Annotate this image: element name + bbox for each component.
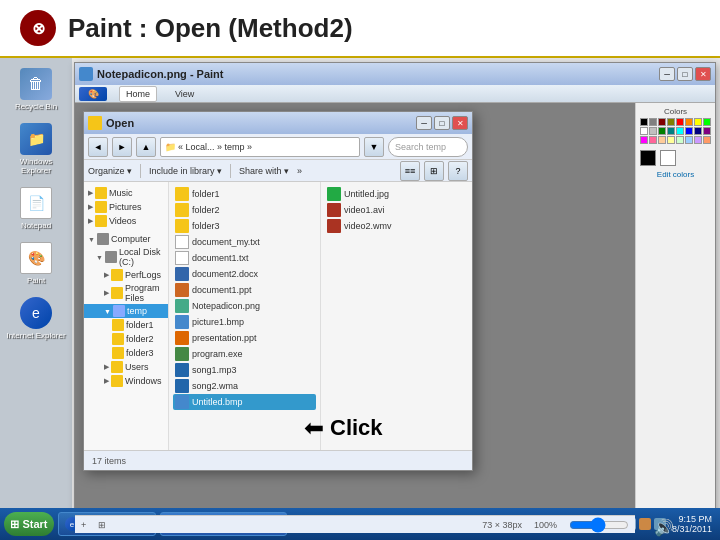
file-item-doc2[interactable]: document2.docx [173,266,316,282]
dialog-titlebar: Open ─ □ ✕ [84,112,472,134]
tree-item-pictures[interactable]: ▶ Pictures [84,200,168,214]
color-lightblue[interactable] [685,136,693,144]
address-bar[interactable]: 📁 « Local... » temp » [160,137,360,157]
file-item-video1[interactable]: video1.avi [325,202,468,218]
file-item-folder2[interactable]: folder2 [173,202,316,218]
help-btn[interactable]: ? [448,161,468,181]
maximize-button[interactable]: □ [677,67,693,81]
tree-item-folder1[interactable]: folder1 [84,318,168,332]
file-item-doc-my[interactable]: document_my.txt [173,234,316,250]
color-olive[interactable] [667,118,675,126]
color-lavender[interactable] [694,136,702,144]
color-gray[interactable] [649,118,657,126]
forward-button[interactable]: ► [112,137,132,157]
file-item-doc1[interactable]: document1.txt [173,250,316,266]
share-with-button[interactable]: Share with ▾ [239,166,289,176]
dialog-maximize-btn[interactable]: □ [434,116,450,130]
tree-item-program-files[interactable]: ▶ Program Files [84,282,168,304]
color-green[interactable] [658,127,666,135]
file-item-program[interactable]: program.exe [173,346,316,362]
color-peach[interactable] [658,136,666,144]
tree-item-perflogs[interactable]: ▶ PerfLogs [84,268,168,282]
organize-button[interactable]: Organize ▾ [88,166,132,176]
file-item-untitled-jpg[interactable]: Untitled.jpg [325,186,468,202]
file-item-folder1[interactable]: folder1 [173,186,316,202]
color-lime[interactable] [703,118,711,126]
file-item-presentation[interactable]: presentation.ppt [173,330,316,346]
close-button[interactable]: ✕ [695,67,711,81]
page-title: Paint : Open (Method2) [68,13,353,44]
more-options-button[interactable]: » [297,166,302,176]
color-pink[interactable] [649,136,657,144]
dialog-minimize-btn[interactable]: ─ [416,116,432,130]
color-lightyellow[interactable] [667,136,675,144]
color-teal[interactable] [667,127,675,135]
desktop-icon-recycle[interactable]: 🗑 Recycle Bin [4,64,68,115]
color-silver[interactable] [649,127,657,135]
start-button[interactable]: ⊞ Start [4,512,54,536]
tree-item-folder2[interactable]: folder2 [84,332,168,346]
file-item-song1[interactable]: song1.mp3 [173,362,316,378]
file-song2-label: song2.wma [192,381,238,391]
ribbon-tab-home[interactable]: Home [119,86,157,102]
color-purple[interactable] [703,127,711,135]
minimize-button[interactable]: ─ [659,67,675,81]
tree-item-folder3[interactable]: folder3 [84,346,168,360]
desktop-icon-ie[interactable]: e Internet Explorer [4,293,68,344]
file-item-video2[interactable]: video2.wmv [325,218,468,234]
include-library-button[interactable]: Include in library ▾ [149,166,222,176]
desktop-icon-paint[interactable]: 🎨 Paint [4,238,68,289]
color-orange[interactable] [685,118,693,126]
color-magenta[interactable] [640,136,648,144]
background-color[interactable] [660,150,676,166]
paint-logo-btn[interactable]: 🎨 [79,87,107,101]
paint-add-btn[interactable]: + [81,520,86,530]
tree-item-temp[interactable]: ▼ temp [84,304,168,318]
file-item-song2[interactable]: song2.wma [173,378,316,394]
address-go-btn[interactable]: ▼ [364,137,384,157]
paint-canvas-area: Open ─ □ ✕ ◄ ► ▲ 📁 [75,103,635,533]
color-blue[interactable] [685,127,693,135]
file-item-folder3[interactable]: folder3 [173,218,316,234]
tree-arrow-users: ▶ [104,363,109,371]
tree-item-local-disk[interactable]: ▼ Local Disk (C:) [84,246,168,268]
folder3-icon [112,347,124,359]
tree-item-videos[interactable]: ▶ Videos [84,214,168,228]
color-white[interactable] [640,127,648,135]
color-lightgreen[interactable] [676,136,684,144]
file-item-notepadicon[interactable]: Notepadicon.png [173,298,316,314]
color-salmon[interactable] [703,136,711,144]
ribbon-tab-view[interactable]: View [169,87,200,101]
list-view-btn[interactable]: ≡≡ [400,161,420,181]
page-header: ⊗ Paint : Open (Method2) [0,0,720,58]
zoom-slider[interactable] [569,520,629,530]
back-button[interactable]: ◄ [88,137,108,157]
color-yellow[interactable] [694,118,702,126]
file-column-2: Untitled.jpg video1.avi video2.wmv [321,182,472,450]
file-item-doc-ppt[interactable]: document1.ppt [173,282,316,298]
color-black[interactable] [640,118,648,126]
file-folder2-label: folder2 [192,205,220,215]
color-red[interactable] [676,118,684,126]
color-cyan[interactable] [676,127,684,135]
dialog-close-btn[interactable]: ✕ [452,116,468,130]
file-item-untitled-bmp[interactable]: Untitled.bmp [173,394,316,410]
paint-grid-btn[interactable]: ⊞ [98,520,106,530]
file-doc-ppt-label: document1.ppt [192,285,252,295]
desktop-icon-explorer[interactable]: 📁 Windows Explorer [4,119,68,179]
desktop-icon-notepad[interactable]: 📄 Notepad [4,183,68,234]
foreground-color[interactable] [640,150,656,166]
tree-item-users[interactable]: ▶ Users [84,360,168,374]
up-button[interactable]: ▲ [136,137,156,157]
file-column-1: folder1 folder2 folder3 [169,182,321,450]
edit-colors-button[interactable]: Edit colors [640,170,711,179]
details-view-btn[interactable]: ⊞ [424,161,444,181]
color-navy[interactable] [694,127,702,135]
color-maroon[interactable] [658,118,666,126]
tree-item-computer[interactable]: ▼ Computer [84,232,168,246]
tray-icon-volume[interactable]: 🔊 [654,518,666,530]
tree-item-windows[interactable]: ▶ Windows [84,374,168,388]
search-box[interactable]: Search temp [388,137,468,157]
tree-item-music[interactable]: ▶ Music [84,186,168,200]
file-item-picture1[interactable]: picture1.bmp [173,314,316,330]
